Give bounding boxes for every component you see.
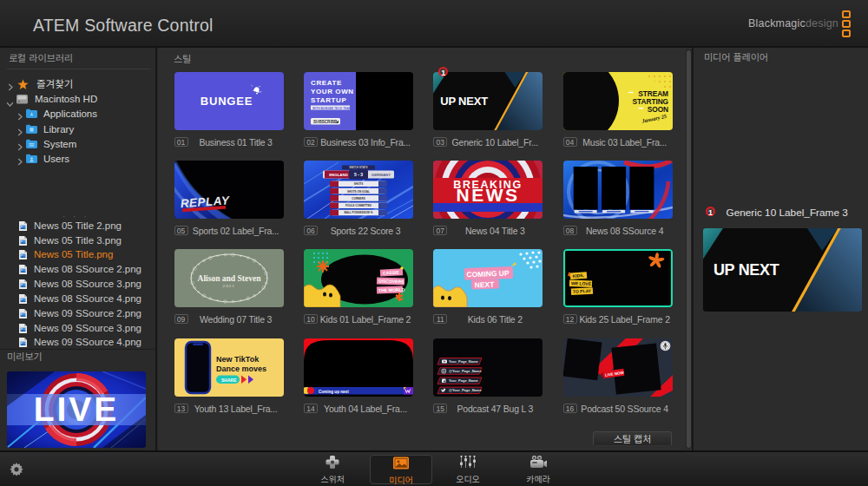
svg-text:ENGLAND: ENGLAND xyxy=(329,173,348,177)
svg-text:NEXT: NEXT xyxy=(475,280,496,290)
svg-text:Your_Page_Name: Your_Page_Name xyxy=(449,378,478,383)
svg-text:SHOTS: SHOTS xyxy=(354,182,364,186)
svg-text:YOUR OWN: YOUR OWN xyxy=(311,88,354,95)
svg-text:Dance moves: Dance moves xyxy=(216,364,266,373)
svg-text:NEWS: NEWS xyxy=(457,185,520,205)
svg-text:UP NEXT: UP NEXT xyxy=(713,261,779,279)
svg-text:SHOTS ON GOAL: SHOTS ON GOAL xyxy=(347,190,370,194)
svg-text:GERMANY: GERMANY xyxy=(372,173,391,177)
svg-text:SUBSCRIBE: SUBSCRIBE xyxy=(313,120,337,124)
svg-text:New TikTok: New TikTok xyxy=(216,355,260,364)
svg-text:CASSIE: CASSIE xyxy=(383,270,400,276)
svg-text:BALL POSSESSION %: BALL POSSESSION % xyxy=(345,211,373,214)
svg-text:TO PLAY: TO PLAY xyxy=(572,288,591,294)
svg-text:WE LOVE: WE LOVE xyxy=(571,281,592,287)
svg-text:MATCH STATS: MATCH STATS xyxy=(350,166,368,169)
svg-text:UP NEXT: UP NEXT xyxy=(440,95,488,108)
svg-text:LIVE: LIVE xyxy=(34,391,120,428)
svg-text:@Your_Page_Name: @Your_Page_Name xyxy=(449,369,482,373)
svg-text:SHARE: SHARE xyxy=(221,378,237,383)
svg-text:CREATE: CREATE xyxy=(311,79,342,87)
svg-text:DISCOVERS: DISCOVERS xyxy=(378,279,404,285)
svg-text:KIDS,: KIDS, xyxy=(572,273,584,279)
svg-text:FOULS COMMITTED: FOULS COMMITTED xyxy=(345,204,372,207)
svg-text:THE WORLD: THE WORLD xyxy=(378,287,405,293)
svg-text:COMING UP: COMING UP xyxy=(467,269,510,279)
svg-text:2021: 2021 xyxy=(222,284,234,288)
svg-text:Your_Page_Name: Your_Page_Name xyxy=(449,359,478,364)
svg-text:@Your_Page_Name: @Your_Page_Name xyxy=(449,388,482,392)
svg-text:Alison and Steven: Alison and Steven xyxy=(197,274,261,283)
svg-text:WITH BUNGEE TECH TEAM: WITH BUNGEE TECH TEAM xyxy=(312,107,352,110)
svg-text:BUNGEE: BUNGEE xyxy=(200,95,252,108)
svg-text:Coming up next: Coming up next xyxy=(319,390,349,394)
svg-text:CORNERS: CORNERS xyxy=(352,197,365,200)
svg-text:STARTUP: STARTUP xyxy=(311,96,346,104)
svg-text:5 - 3: 5 - 3 xyxy=(354,172,363,177)
